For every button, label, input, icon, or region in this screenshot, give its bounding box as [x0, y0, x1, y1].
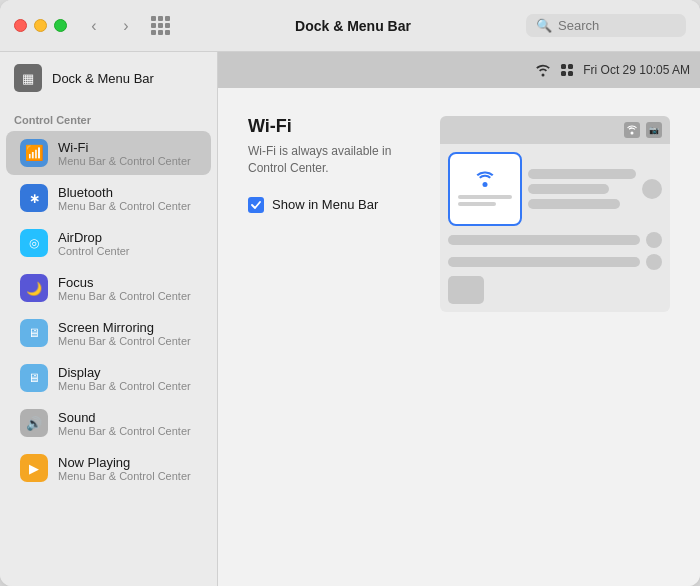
item-name-now-playing: Now Playing [58, 455, 191, 470]
preview-row-3 [448, 254, 662, 270]
traffic-lights [14, 19, 67, 32]
item-name-airdrop: AirDrop [58, 230, 130, 245]
settings-content: Wi-Fi Wi-Fi is always available in Contr… [218, 88, 700, 586]
item-name-wifi: Wi-Fi [58, 140, 191, 155]
item-sub-focus: Menu Bar & Control Center [58, 290, 191, 302]
titlebar: ‹ › Dock & Menu Bar 🔍 [0, 0, 700, 52]
preview-row-1 [448, 152, 662, 226]
airdrop-icon: ◎ [20, 229, 48, 257]
nav-buttons: ‹ › [81, 13, 139, 39]
window-title: Dock & Menu Bar [180, 18, 526, 34]
close-button[interactable] [14, 19, 27, 32]
sidebar-item-sound[interactable]: 🔊 Sound Menu Bar & Control Center [6, 401, 211, 445]
sidebar-item-dock-menu-bar[interactable]: ▦ Dock & Menu Bar [0, 52, 217, 104]
svg-rect-1 [568, 64, 573, 69]
section-header: Control Center [0, 104, 217, 130]
item-sub-airdrop: Control Center [58, 245, 130, 257]
forward-button[interactable]: › [113, 13, 139, 39]
preview-wifi-box [448, 152, 522, 226]
focus-icon: 🌙 [20, 274, 48, 302]
sidebar-item-now-playing[interactable]: ▶ Now Playing Menu Bar & Control Center [6, 446, 211, 490]
menubar-wifi-icon [535, 63, 551, 77]
menubar-datetime: Fri Oct 29 10:05 AM [583, 63, 690, 77]
sidebar-item-screen-mirroring[interactable]: 🖥 Screen Mirroring Menu Bar & Control Ce… [6, 311, 211, 355]
show-in-menu-bar-label: Show in Menu Bar [272, 197, 378, 212]
back-button[interactable]: ‹ [81, 13, 107, 39]
content-title: Wi-Fi [248, 116, 410, 137]
sidebar: ▦ Dock & Menu Bar Control Center 📶 Wi-Fi… [0, 52, 218, 586]
item-name-focus: Focus [58, 275, 191, 290]
item-sub-now-playing: Menu Bar & Control Center [58, 470, 191, 482]
display-icon: 🖥 [20, 364, 48, 392]
item-name-display: Display [58, 365, 191, 380]
item-name-screen-mirroring: Screen Mirroring [58, 320, 191, 335]
item-sub-wifi: Menu Bar & Control Center [58, 155, 191, 167]
dock-menu-bar-icon: ▦ [14, 64, 42, 92]
window: ‹ › Dock & Menu Bar 🔍 ▦ Dock & Menu Bar … [0, 0, 700, 586]
preview-row-4 [448, 276, 662, 304]
preview-menubar-bar: 📷 [440, 116, 670, 144]
wifi-icon: 📶 [20, 139, 48, 167]
preview-row-2 [448, 232, 662, 248]
now-playing-icon: ▶ [20, 454, 48, 482]
content-description: Wi-Fi is always available in Control Cen… [248, 143, 410, 177]
preview-body [440, 144, 670, 312]
menubar-preview-strip: Fri Oct 29 10:05 AM [218, 52, 700, 88]
sidebar-item-display[interactable]: 🖥 Display Menu Bar & Control Center [6, 356, 211, 400]
item-sub-display: Menu Bar & Control Center [58, 380, 191, 392]
sidebar-item-focus[interactable]: 🌙 Focus Menu Bar & Control Center [6, 266, 211, 310]
item-sub-sound: Menu Bar & Control Center [58, 425, 191, 437]
screen-mirroring-icon: 🖥 [20, 319, 48, 347]
show-in-menu-bar-checkbox[interactable] [248, 197, 264, 213]
search-bar[interactable]: 🔍 [526, 14, 686, 37]
preview-wifi-mb-icon [624, 122, 640, 138]
item-sub-screen-mirroring: Menu Bar & Control Center [58, 335, 191, 347]
svg-rect-2 [561, 71, 566, 76]
item-name-sound: Sound [58, 410, 191, 425]
main-content: Fri Oct 29 10:05 AM Wi-Fi Wi-Fi is alway… [218, 52, 700, 586]
preview-camera-icon: 📷 [646, 122, 662, 138]
item-name-bluetooth: Bluetooth [58, 185, 191, 200]
search-icon: 🔍 [536, 18, 552, 33]
svg-rect-3 [568, 71, 573, 76]
preview-panel: 📷 [440, 116, 670, 558]
maximize-button[interactable] [54, 19, 67, 32]
sidebar-item-wifi[interactable]: 📶 Wi-Fi Menu Bar & Control Center [6, 131, 211, 175]
body: ▦ Dock & Menu Bar Control Center 📶 Wi-Fi… [0, 52, 700, 586]
content-left: Wi-Fi Wi-Fi is always available in Contr… [248, 116, 410, 558]
bluetooth-icon: ∗ [20, 184, 48, 212]
sound-icon: 🔊 [20, 409, 48, 437]
item-sub-bluetooth: Menu Bar & Control Center [58, 200, 191, 212]
search-input[interactable] [558, 18, 676, 33]
show-in-menu-bar-row[interactable]: Show in Menu Bar [248, 197, 410, 213]
sidebar-top-label: Dock & Menu Bar [52, 71, 154, 86]
sidebar-item-airdrop[interactable]: ◎ AirDrop Control Center [6, 221, 211, 265]
minimize-button[interactable] [34, 19, 47, 32]
sidebar-item-bluetooth[interactable]: ∗ Bluetooth Menu Bar & Control Center [6, 176, 211, 220]
svg-rect-0 [561, 64, 566, 69]
menubar-control-center-icon [559, 62, 575, 78]
app-grid-icon[interactable] [151, 16, 170, 35]
